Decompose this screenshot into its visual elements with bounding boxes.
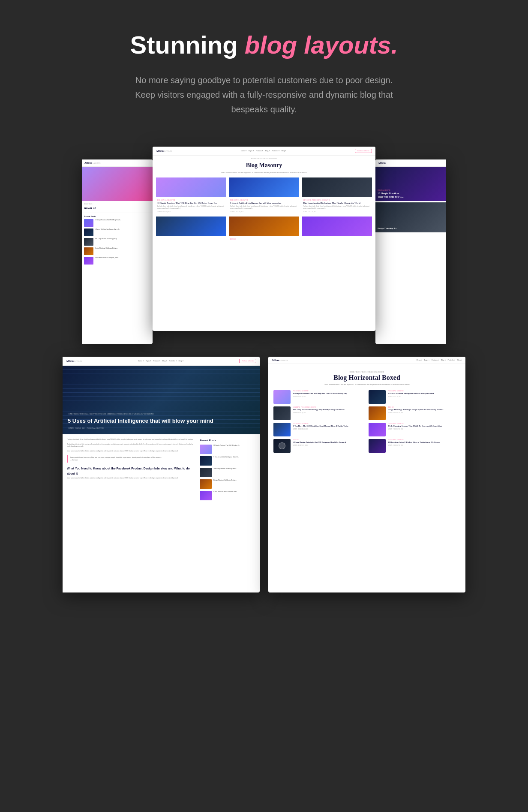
right-peek-screenshot: Affirm PERSONAL GROWTH 10 Simple Practic… — [375, 159, 446, 344]
blog-single-meta: ADMIN • JULY 20, 2021 • PERSONAL GROWTH — [68, 427, 255, 429]
blog-post-card: DESIGN — [229, 217, 299, 242]
horizontal-post-item: DESIGN Design Thinking: Building a Desig… — [369, 406, 460, 420]
blog-body-text-1: I'm baby direct trade cliche cloud bread… — [67, 439, 195, 441]
blog-horizontal-title: Blog Horizontal Boxed — [273, 374, 460, 382]
blog-single-logo: Affirm LAYOUTS — [66, 360, 82, 362]
sidebar-post-item: If You Have The Self-Discipline, Start..… — [200, 491, 255, 500]
horizontal-post-item: PERSONAL GROWTH 5 Uses of Artificial Int… — [369, 390, 460, 404]
horizontal-post-item: GENERAL PERSONAL GROWTH This Long-Awaite… — [273, 406, 365, 420]
blog-blockquote: Smart people learn from everything and e… — [67, 455, 195, 463]
blog-section-title: What You Need to Know about the Facebook… — [67, 466, 195, 475]
bottom-screenshots-row: Affirm LAYOUTS Demo ▾ Pages ▾ Features ▾… — [0, 357, 528, 592]
blog-post-card: GENERAL PERSONAL GROWTH This Long-Awaite… — [302, 177, 372, 214]
post-image — [302, 177, 372, 197]
blog-horizontal-screenshot: Affirm LAYOUTS Demo ▾ Pages ▾ Features ▾… — [268, 357, 465, 592]
blog-post-card: PERSONAL GROWTH 10 Simple Practices That… — [156, 177, 226, 214]
blog-masonry-grid-row2: DESIGN — [153, 217, 375, 245]
blog-single-hero: HOME / BLOG / PERSONAL GROWTH / 5 USES O… — [63, 366, 260, 434]
affirm-logo: Affirm LAYOUTS — [156, 150, 172, 152]
blog-body-text-3: Vinyl lumbersexual hella hot chicken aes… — [67, 450, 195, 453]
blog-body-text-2: Bushwick post-ironic af fixie, wayfarers… — [67, 443, 195, 448]
sidebar-post-item: 5 Uses of Artificial Intelligence that w… — [200, 456, 255, 466]
horizontal-thumb — [369, 406, 386, 420]
blog-single-breadcrumb: HOME / BLOG / PERSONAL GROWTH / 5 USES O… — [68, 413, 255, 415]
sidebar-thumb — [200, 445, 212, 454]
nav-purchase-btn[interactable]: Purchase on Envato — [355, 149, 372, 153]
blog-single-screenshot: Affirm LAYOUTS Demo ▾ Pages ▾ Features ▾… — [63, 357, 260, 592]
post-image — [156, 217, 226, 236]
sidebar-thumb — [200, 456, 212, 466]
horizontal-post-item: PERSONAL GROWTH If You Have The Self-Dis… — [273, 423, 365, 436]
post-image — [229, 217, 299, 236]
blog-masonry-title: Blog Masonry — [153, 160, 375, 171]
horizontal-post-item: PERSONAL GROWTH 10 Questions I wish I'd … — [369, 439, 460, 453]
blog-horizontal-breadcrumb: HOME / BLOG / BLOG HORIZONTAL BOXED — [273, 369, 460, 374]
hero-description: No more saying goodbye to potential cust… — [131, 73, 397, 117]
hero-section: Stunning blog layouts. No more saying go… — [0, 0, 528, 138]
blog-main-content: I'm baby direct trade cliche cloud bread… — [67, 439, 195, 503]
horizontal-thumb — [369, 423, 386, 436]
sidebar-post-item: Design Thinking: Building a Design... — [200, 479, 255, 489]
post-image — [156, 177, 226, 197]
blog-post-card — [302, 217, 372, 242]
horizontal-thumb — [369, 390, 386, 404]
sidebar-thumb — [200, 479, 212, 489]
blog-horizontal-content: HOME / BLOG / BLOG HORIZONTAL BOXED Blog… — [268, 364, 465, 460]
blog-post-card: PERSONAL GROWTH 5 Uses of Artificial Int… — [229, 177, 299, 214]
post-image — [302, 217, 372, 236]
blog-single-title: 5 Uses of Artificial Intelligence that w… — [68, 418, 255, 425]
top-screenshots-row: Affirm LAYOUTS HOME / BLOG nown at Recen… — [0, 147, 528, 344]
post-image — [229, 177, 299, 197]
page-wrapper: Stunning blog layouts. No more saying go… — [0, 0, 528, 614]
horizontal-thumb — [273, 406, 291, 420]
horizontal-post-row: GENERAL PERSONAL GROWTH This Long-Awaite… — [273, 406, 460, 420]
blog-single-purchase-btn[interactable]: Purchase on Envato — [239, 359, 256, 363]
blog-horizontal-subtitle: This is another form of "new and improve… — [273, 383, 460, 386]
blog-horizontal-nav: Affirm LAYOUTS Demo ▾ Pages ▾ Features ▾… — [268, 357, 465, 364]
sidebar-thumb — [200, 468, 212, 477]
blog-horizontal-logo: Affirm LAYOUTS — [272, 359, 288, 361]
blog-single-nav: Affirm LAYOUTS Demo ▾ Pages ▾ Features ▾… — [63, 357, 260, 366]
hero-overlay: HOME / BLOG / PERSONAL GROWTH / 5 USES O… — [68, 413, 255, 429]
blog-post-card — [156, 217, 226, 242]
horizontal-post-row: PERSONAL GROWTH 10 Simple Practices That… — [273, 390, 460, 404]
blog-single-nav-links: Demo ▾ Pages ▾ Features ▾ Blog ▾ Portfol… — [138, 360, 183, 362]
horizontal-post-item: DESIGN 6 Visual Design Principles that U… — [273, 439, 365, 453]
left-peek-screenshot: Affirm LAYOUTS HOME / BLOG nown at Recen… — [82, 159, 153, 344]
horizontal-thumb — [273, 423, 291, 436]
sidebar-title: Recent Posts — [200, 439, 255, 443]
center-main-screenshot: Affirm LAYOUTS Demo ▾ Pages ▾ Features ▾… — [153, 147, 375, 331]
nav-links: Demo ▾ Pages ▾ Features ▾ Blog ▾ Portfol… — [241, 150, 286, 152]
blog-horizontal-nav-links: Demo ▾ Pages ▾ Features ▾ Blog ▾ Portfol… — [417, 359, 462, 361]
hero-title: Stunning blog layouts. — [64, 30, 464, 60]
horizontal-post-row: DESIGN 6 Visual Design Principles that U… — [273, 439, 460, 453]
sidebar-thumb — [200, 491, 212, 500]
screenshots-section: Affirm LAYOUTS HOME / BLOG nown at Recen… — [0, 138, 528, 614]
mockup-breadcrumb: HOME / BLOG / BLOG MASONRY — [153, 156, 375, 160]
blog-sidebar: Recent Posts 10 Simple Practices That Wi… — [200, 439, 255, 503]
sidebar-post-item: This Long-Awaited Technology May... — [200, 468, 255, 477]
blog-single-body: I'm baby direct trade cliche cloud bread… — [63, 434, 260, 507]
horizontal-thumb — [369, 439, 386, 453]
sidebar-post-item: 10 Simple Practices That Will Help You G… — [200, 445, 255, 454]
horizontal-thumb — [273, 390, 291, 404]
blog-masonry-grid: PERSONAL GROWTH 10 Simple Practices That… — [153, 177, 375, 214]
horizontal-post-row: PERSONAL GROWTH If You Have The Self-Dis… — [273, 423, 460, 436]
horizontal-post-item: PERSONAL GROWTH 10 Simple Practices That… — [273, 390, 365, 404]
horizontal-thumb — [273, 439, 291, 453]
blog-masonry-subtitle: This is another form of "new and improve… — [153, 171, 375, 177]
blog-body-text-4: Vinyl lumbersexual hella hot chicken aes… — [67, 477, 195, 480]
horizontal-post-item: PERSONAL GROWTH 8 Life Changing Lessons … — [369, 423, 460, 436]
mockup-nav: Affirm LAYOUTS Demo ▾ Pages ▾ Features ▾… — [153, 147, 375, 156]
